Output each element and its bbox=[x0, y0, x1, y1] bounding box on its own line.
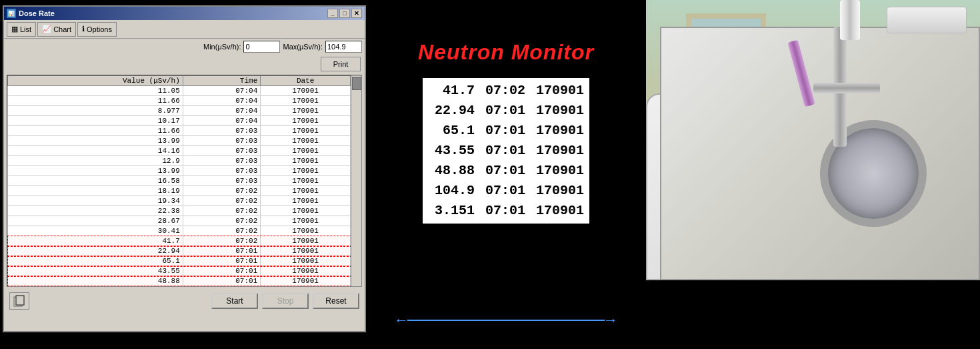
table-cell: 170901 bbox=[261, 256, 351, 266]
table-row[interactable]: 22.9407:01170901 bbox=[8, 246, 361, 256]
meas-value: 43.55 bbox=[428, 141, 475, 161]
table-cell: 22.94 bbox=[8, 246, 183, 256]
table-cell: 07:02 bbox=[183, 226, 260, 236]
table-cell: 43.55 bbox=[8, 266, 183, 276]
table-row[interactable]: 48.8807:01170901 bbox=[8, 276, 361, 286]
table-cell: 19.34 bbox=[8, 196, 183, 206]
table-row[interactable]: 104.907:01170901 bbox=[8, 286, 361, 288]
table-cell: 07:01 bbox=[183, 256, 260, 266]
table-cell: 07:04 bbox=[183, 106, 260, 116]
table-row[interactable]: 19.3407:02170901 bbox=[8, 196, 361, 206]
table-cell: 170901 bbox=[261, 236, 351, 246]
meas-value: 48.88 bbox=[428, 161, 475, 181]
middle-panel: Neutron Monitor 41.7 07:02 170901 22.94 … bbox=[366, 0, 646, 349]
table-cell: 170901 bbox=[261, 96, 351, 106]
table-row[interactable]: 11.6607:03170901 bbox=[8, 126, 361, 136]
meas-value: 3.151 bbox=[428, 201, 475, 221]
table-row[interactable]: 8.97707:04170901 bbox=[8, 106, 361, 116]
table-row[interactable]: 41.707:02170901 bbox=[8, 236, 361, 246]
table-cell: 41.7 bbox=[8, 236, 183, 246]
table-cell: 07:03 bbox=[183, 156, 260, 166]
table-row[interactable]: 11.0507:04170901 bbox=[8, 86, 361, 96]
print-btn[interactable]: Print bbox=[321, 57, 361, 71]
meas-value: 65.1 bbox=[428, 121, 475, 141]
measurement-row: 43.55 07:01 170901 bbox=[428, 141, 584, 161]
table-cell: 170901 bbox=[261, 136, 351, 146]
table-cell: 170901 bbox=[261, 86, 351, 96]
table-cell: 11.66 bbox=[8, 126, 183, 136]
table-row[interactable]: 16.5807:03170901 bbox=[8, 176, 361, 186]
info-icon: ℹ bbox=[82, 25, 85, 33]
meas-date: 170901 bbox=[536, 141, 584, 161]
table-cell: 07:02 bbox=[183, 186, 260, 196]
meas-value: 22.94 bbox=[428, 101, 475, 121]
table-cell: 170901 bbox=[261, 166, 351, 176]
table-cell: 170901 bbox=[261, 126, 351, 136]
stop-btn[interactable]: Stop bbox=[262, 293, 309, 309]
measurement-row: 65.1 07:01 170901 bbox=[428, 121, 584, 141]
table-cell: 170901 bbox=[261, 286, 351, 288]
table-row[interactable]: 43.5507:01170901 bbox=[8, 266, 361, 276]
chart-btn[interactable]: 📈 Chart bbox=[37, 22, 76, 37]
table-row[interactable]: 13.9907:03170901 bbox=[8, 136, 361, 146]
dose-rate-window: 📊 Dose Rate _ □ ✕ ▦ List 📈 Chart ℹ Optio… bbox=[3, 5, 366, 332]
min-input[interactable] bbox=[243, 41, 280, 53]
table-scrollbar[interactable] bbox=[351, 75, 361, 286]
measurement-row: 3.151 07:01 170901 bbox=[428, 201, 584, 221]
measurement-table: 41.7 07:02 170901 22.94 07:01 170901 65.… bbox=[423, 78, 589, 224]
table-cell: 170901 bbox=[261, 226, 351, 236]
meas-time: 07:01 bbox=[485, 201, 525, 221]
table-cell: 12.9 bbox=[8, 156, 183, 166]
table-row[interactable]: 10.1707:04170901 bbox=[8, 116, 361, 126]
table-cell: 170901 bbox=[261, 276, 351, 286]
meas-time: 07:01 bbox=[485, 181, 525, 201]
measurement-row: 104.9 07:01 170901 bbox=[428, 181, 584, 201]
table-cell: 170901 bbox=[261, 196, 351, 206]
title-icon: 📊 bbox=[7, 9, 16, 18]
table-cell: 170901 bbox=[261, 106, 351, 116]
start-btn[interactable]: Start bbox=[211, 293, 258, 309]
table-row[interactable]: 30.4107:02170901 bbox=[8, 226, 361, 236]
meas-time: 07:01 bbox=[485, 141, 525, 161]
table-cell: 07:02 bbox=[183, 196, 260, 206]
table-cell: 07:02 bbox=[183, 216, 260, 226]
table-row[interactable]: 18.1907:02170901 bbox=[8, 186, 361, 196]
copy-icon[interactable] bbox=[9, 292, 29, 310]
meas-date: 170901 bbox=[536, 201, 584, 221]
data-table: Value (μSv/h) Time Date 11.0507:04170901… bbox=[7, 75, 361, 287]
table-cell: 13.99 bbox=[8, 166, 183, 176]
meas-date: 170901 bbox=[536, 161, 584, 181]
table-cell: 170901 bbox=[261, 186, 351, 196]
table-row[interactable]: 13.9907:03170901 bbox=[8, 166, 361, 176]
chart-icon: 📈 bbox=[42, 25, 51, 33]
maximize-btn[interactable]: □ bbox=[339, 9, 350, 18]
table-cell: 170901 bbox=[261, 176, 351, 186]
table-cell: 170901 bbox=[261, 266, 351, 276]
table-cell: 170901 bbox=[261, 156, 351, 166]
close-btn[interactable]: ✕ bbox=[351, 9, 362, 18]
print-row: Print bbox=[4, 55, 365, 73]
table-cell: 170901 bbox=[261, 206, 351, 216]
col-header-date: Date bbox=[261, 76, 351, 86]
minmax-row: Min(μSv/h): Max(μSv/h): bbox=[4, 39, 365, 55]
options-btn[interactable]: ℹ Options bbox=[77, 22, 117, 37]
table-row[interactable]: 11.6607:04170901 bbox=[8, 96, 361, 106]
table-cell: 07:03 bbox=[183, 146, 260, 156]
table-row[interactable]: 65.107:01170901 bbox=[8, 256, 361, 266]
table-row[interactable]: 28.6707:02170901 bbox=[8, 216, 361, 226]
reset-btn[interactable]: Reset bbox=[313, 293, 359, 309]
meas-value: 104.9 bbox=[428, 181, 475, 201]
list-btn[interactable]: ▦ List bbox=[7, 22, 36, 37]
meas-value: 41.7 bbox=[428, 81, 475, 101]
min-label: Min(μSv/h): bbox=[203, 43, 241, 51]
table-row[interactable]: 12.907:03170901 bbox=[8, 156, 361, 166]
table-body: 11.0507:0417090111.6607:041709018.97707:… bbox=[8, 86, 361, 288]
arrow-right-icon: → bbox=[603, 312, 618, 329]
minimize-btn[interactable]: _ bbox=[327, 9, 338, 18]
table-row[interactable]: 14.1607:03170901 bbox=[8, 146, 361, 156]
table-cell: 07:01 bbox=[183, 276, 260, 286]
table-row[interactable]: 22.3807:02170901 bbox=[8, 206, 361, 216]
max-input[interactable] bbox=[325, 41, 362, 53]
table-cell: 07:01 bbox=[183, 266, 260, 276]
table-cell: 170901 bbox=[261, 116, 351, 126]
